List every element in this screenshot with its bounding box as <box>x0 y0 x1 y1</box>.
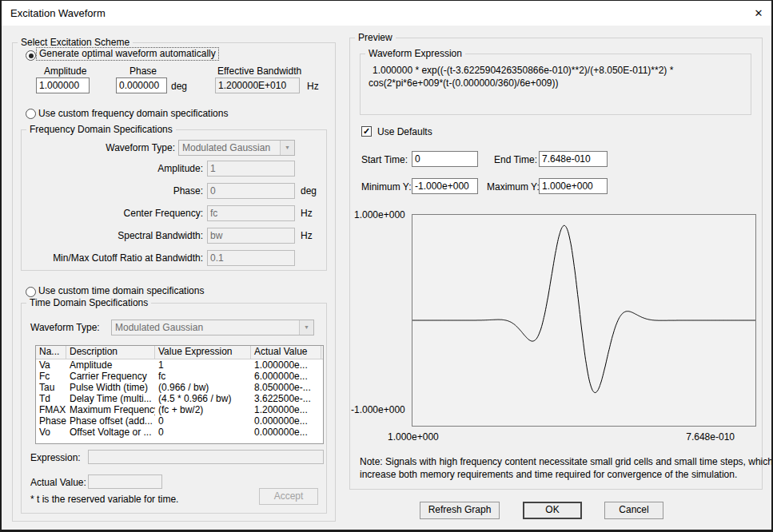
cell: FMAX <box>36 404 66 415</box>
ok-button[interactable]: OK <box>523 502 582 519</box>
freq-amplitude-field: 1 <box>207 161 295 177</box>
table-row[interactable]: FMAX Maximum Frequency (fc + bw/2) 1.200… <box>36 404 323 415</box>
cell: 0.000000e... <box>251 415 321 427</box>
radio-custom-frequency-label[interactable]: Use custom frequency domain specificatio… <box>38 108 228 119</box>
waveform-plot-svg <box>412 215 755 426</box>
cell: Amplitude <box>66 359 155 371</box>
cell: (fc + bw/2) <box>155 404 251 415</box>
check-icon: ✓ <box>363 126 370 136</box>
radio-custom-time-label[interactable]: Use custom time domain specifications <box>38 285 204 296</box>
cell: Pulse Width (time) <box>66 382 155 393</box>
amplitude-input[interactable]: 1.000000 <box>36 77 90 93</box>
actual-value-label: Actual Value: <box>30 477 86 488</box>
freq-phase-label: Phase: <box>26 185 203 197</box>
expression-label: Expression: <box>30 452 81 463</box>
refresh-graph-button[interactable]: Refresh Graph <box>420 502 500 519</box>
end-time-label: End Time: <box>494 154 537 165</box>
radio-custom-frequency[interactable] <box>26 109 36 119</box>
spectral-bandwidth-field: bw <box>207 228 295 244</box>
close-icon[interactable]: ✕ <box>750 5 767 22</box>
window-title: Excitation Waveform <box>10 7 106 19</box>
use-defaults-checkbox[interactable]: ✓ <box>361 126 372 137</box>
cell: Offset Voltage or ... <box>66 427 155 438</box>
spectral-bandwidth-label: Spectral Bandwidth: <box>26 230 203 241</box>
phase-label: Phase <box>129 66 157 77</box>
col-name[interactable]: Na... <box>36 346 66 359</box>
minimum-y-input[interactable]: -1.000e+000 <box>412 178 478 194</box>
parameter-table-header: Na... Description Value Expression Actua… <box>36 346 323 359</box>
minimum-y-label: Minimum Y: <box>361 181 411 193</box>
waveform-type-label: Waveform Type: <box>26 142 175 153</box>
waveform-expression-group-title: Waveform Expression <box>365 48 465 59</box>
center-frequency-unit: Hz <box>301 208 313 219</box>
time-waveform-type-label: Waveform Type: <box>30 322 100 333</box>
freq-amplitude-label: Amplitude: <box>26 163 203 174</box>
table-row[interactable]: Va Amplitude 1 1.000000e... <box>36 359 323 371</box>
note-text-line1: Note: Signals with high frequency conten… <box>360 456 773 467</box>
excitation-waveform-dialog: Excitation Waveform ✕ Select Excitation … <box>0 0 773 532</box>
cutoff-ratio-label: Min/Max Cutoff Ratio at Bandwidth: <box>26 252 203 264</box>
time-variable-footnote: * t is the reserved variable for time. <box>30 494 178 505</box>
cell: Tau <box>36 382 66 393</box>
start-time-input[interactable]: 0 <box>412 151 478 167</box>
cell: 0 <box>155 415 251 427</box>
cell: Carrier Frequency <box>66 371 155 382</box>
title-bar: Excitation Waveform ✕ <box>2 1 771 26</box>
table-row[interactable]: Fc Carrier Frequency fc 6.000000e... <box>36 371 323 382</box>
note-text-line2: increase both memory requirements and ti… <box>360 469 737 480</box>
cell: Maximum Frequency <box>66 404 155 415</box>
dropdown-arrow-icon: ▼ <box>280 141 294 155</box>
table-row[interactable]: Phase Phase offset (add... 0 0.000000e..… <box>36 415 323 427</box>
use-defaults-label[interactable]: Use Defaults <box>377 126 432 137</box>
amplitude-label: Amplitude <box>44 66 86 77</box>
waveform-curve <box>412 225 755 392</box>
start-time-label: Start Time: <box>361 154 408 165</box>
cancel-button[interactable]: Cancel <box>604 502 663 519</box>
cell: 1.200000e... <box>251 404 321 415</box>
cell: 1.000000e... <box>251 359 321 371</box>
col-value-expression[interactable]: Value Expression <box>155 346 251 359</box>
cell: Phase <box>36 415 66 427</box>
cell: 0.000000e... <box>251 427 321 438</box>
table-row[interactable]: Tau Pulse Width (time) (0.966 / bw) 8.05… <box>36 382 323 393</box>
waveform-expression-line2: cos(2*pi*6e+009*(t-(0.000000/360)/6e+009… <box>369 77 747 89</box>
cell: Td <box>36 393 66 404</box>
radio-generate-optimal-label[interactable]: Generate optimal waveform automatically <box>36 47 219 61</box>
cell: 6.000000e... <box>251 371 321 382</box>
frequency-domain-group-title: Frequency Domain Specifications <box>26 124 176 135</box>
col-actual-value[interactable]: Actual Value <box>251 346 321 359</box>
col-description[interactable]: Description <box>66 346 155 359</box>
cell: (0.966 / bw) <box>155 382 251 393</box>
accept-button: Accept <box>259 488 318 505</box>
time-domain-group-title: Time Domain Specifications <box>26 297 151 308</box>
cell: 8.050000e-... <box>251 382 321 393</box>
dropdown-arrow-icon: ▼ <box>299 320 313 335</box>
table-row[interactable]: Vo Offset Voltage or ... 0 0.000000e... <box>36 427 323 438</box>
time-waveform-type-combo: Modulated Gaussian ▼ <box>111 320 314 335</box>
maximum-y-input[interactable]: 1.000e+000 <box>539 178 608 194</box>
cell: 0 <box>155 427 251 438</box>
cell: Phase offset (add... <box>66 415 155 427</box>
effective-bandwidth-field: 1.200000E+010 <box>215 77 300 93</box>
table-row[interactable]: Td Delay Time (multi... (4.5 * 0.966 / b… <box>36 393 323 404</box>
cell: Vo <box>36 427 66 438</box>
freq-phase-unit: deg <box>301 185 317 197</box>
freq-waveform-type-combo: Modulated Gaussian ▼ <box>178 140 295 156</box>
end-time-input[interactable]: 7.648e-010 <box>539 151 608 167</box>
cell: Delay Time (multi... <box>66 393 155 404</box>
cell: (4.5 * 0.966 / bw) <box>155 393 251 404</box>
preview-group-title: Preview <box>355 32 396 43</box>
select-excitation-scheme-title: Select Excitation Scheme <box>18 37 133 48</box>
radio-generate-optimal[interactable] <box>26 50 36 61</box>
phase-input[interactable]: 0.000000 <box>116 77 167 93</box>
phase-unit-label: deg <box>171 81 187 92</box>
actual-value-field <box>88 474 162 489</box>
cutoff-ratio-field: 0.1 <box>207 250 295 266</box>
parameter-table[interactable]: Na... Description Value Expression Actua… <box>35 345 324 444</box>
effective-bandwidth-label: Effective Bandwidth <box>217 66 301 77</box>
waveform-preview-plot <box>412 214 756 427</box>
spectral-bandwidth-unit: Hz <box>301 230 313 241</box>
cell: fc <box>155 371 251 382</box>
radio-custom-time[interactable] <box>26 287 36 297</box>
time-waveform-type-value: Modulated Gaussian <box>115 322 203 333</box>
